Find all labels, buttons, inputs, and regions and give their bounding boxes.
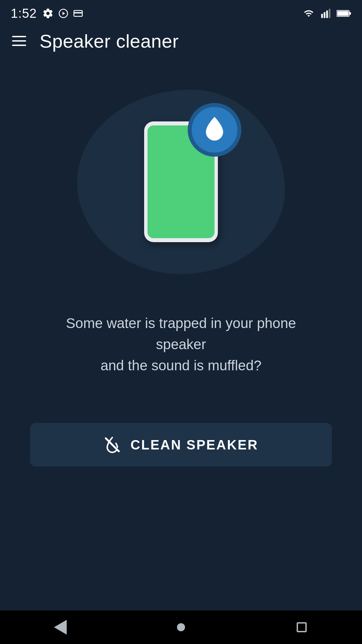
home-icon <box>177 623 185 631</box>
play-icon <box>58 8 68 19</box>
button-area: CLEAN SPEAKER <box>13 423 349 467</box>
battery-icon <box>337 9 351 17</box>
signal-icon <box>320 8 331 18</box>
app-bar: Speaker cleaner <box>0 24 362 58</box>
wifi-icon <box>302 8 315 18</box>
svg-rect-5 <box>326 10 328 18</box>
clean-speaker-label: CLEAN SPEAKER <box>130 437 258 452</box>
no-water-icon <box>104 436 121 453</box>
back-icon <box>54 620 67 635</box>
nav-back-button[interactable] <box>47 614 74 641</box>
status-left: 1:52 <box>11 6 83 21</box>
menu-line-1 <box>12 36 26 37</box>
bottom-nav <box>0 610 362 644</box>
clean-speaker-button[interactable]: CLEAN SPEAKER <box>30 423 332 467</box>
description-text: Some water is trapped in your phone spea… <box>50 313 312 376</box>
water-drop-circle <box>188 103 241 157</box>
phone-device <box>144 121 218 242</box>
nav-home-button[interactable] <box>168 614 194 641</box>
water-drop-icon <box>201 115 228 145</box>
illustration-container <box>64 78 298 286</box>
svg-rect-2 <box>74 12 82 13</box>
nav-recent-button[interactable] <box>288 614 315 641</box>
status-bar: 1:52 <box>0 0 362 24</box>
menu-line-3 <box>12 45 26 46</box>
recent-icon <box>297 622 307 632</box>
menu-button[interactable] <box>12 36 26 46</box>
status-time: 1:52 <box>11 6 37 21</box>
phone-illustration <box>144 121 218 242</box>
menu-line-2 <box>12 40 26 42</box>
status-icons <box>42 8 83 19</box>
description-line1: Some water is trapped in your phone spea… <box>66 315 296 352</box>
svg-rect-9 <box>337 11 349 16</box>
svg-rect-8 <box>349 12 351 15</box>
status-right <box>302 8 351 18</box>
svg-rect-4 <box>324 12 325 18</box>
svg-rect-3 <box>321 14 323 18</box>
description-line2: and the sound is muffled? <box>101 358 261 373</box>
svg-rect-6 <box>329 9 330 18</box>
app-title: Speaker cleaner <box>40 30 179 52</box>
main-content: Some water is trapped in your phone spea… <box>0 58 362 467</box>
settings-icon <box>42 8 54 19</box>
card-icon <box>73 8 83 19</box>
